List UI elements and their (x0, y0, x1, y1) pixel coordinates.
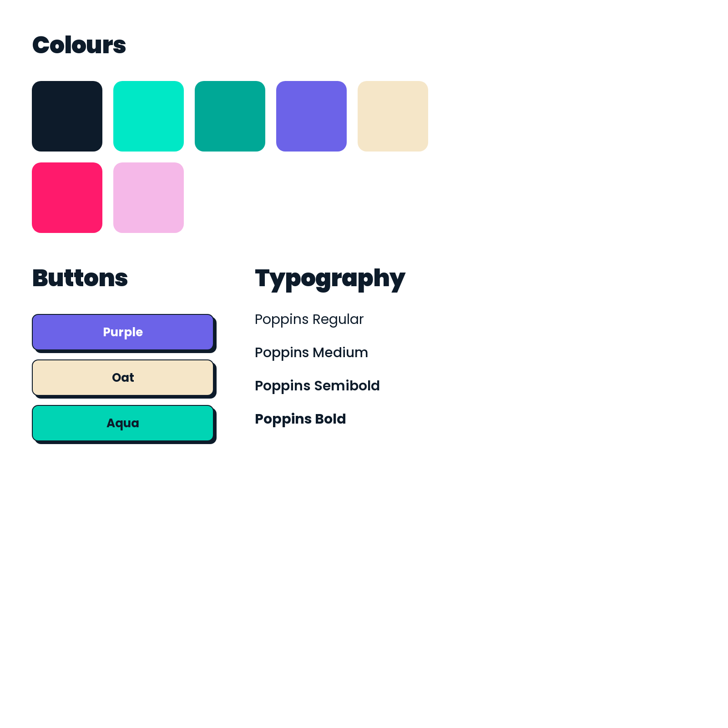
type-regular: Poppins Regular (255, 309, 450, 330)
swatch-purple (276, 81, 347, 152)
colours-section: Colours (32, 27, 450, 233)
swatch-oat (358, 81, 428, 152)
type-semibold: Poppins Semibold (255, 376, 450, 396)
type-bold: Poppins Bold (255, 409, 450, 430)
typography-title: Typography (255, 260, 450, 296)
swatch-light-pink (113, 162, 184, 233)
typography-section: Typography Poppins Regular Poppins Mediu… (255, 260, 450, 430)
purple-button-wrapper: Purple (32, 314, 214, 350)
swatch-teal (195, 81, 265, 152)
colours-grid (32, 81, 450, 233)
oat-button-wrapper: Oat (32, 359, 214, 396)
buttons-list: Purple Oat Aqua (32, 314, 228, 441)
aqua-button-wrapper: Aqua (32, 405, 214, 441)
swatch-dark-navy (32, 81, 102, 152)
bottom-sections: Buttons Purple Oat Aqua Typography Poppi… (32, 260, 450, 441)
colours-title: Colours (32, 27, 450, 63)
colours-row-1 (32, 81, 450, 152)
purple-button[interactable]: Purple (32, 314, 214, 350)
swatch-hot-pink (32, 162, 102, 233)
buttons-title: Buttons (32, 260, 228, 296)
swatch-aqua (113, 81, 184, 152)
type-list: Poppins Regular Poppins Medium Poppins S… (255, 309, 450, 430)
colours-row-2 (32, 162, 450, 233)
oat-button[interactable]: Oat (32, 359, 214, 396)
type-medium: Poppins Medium (255, 343, 450, 363)
buttons-section: Buttons Purple Oat Aqua (32, 260, 228, 441)
aqua-button[interactable]: Aqua (32, 405, 214, 441)
